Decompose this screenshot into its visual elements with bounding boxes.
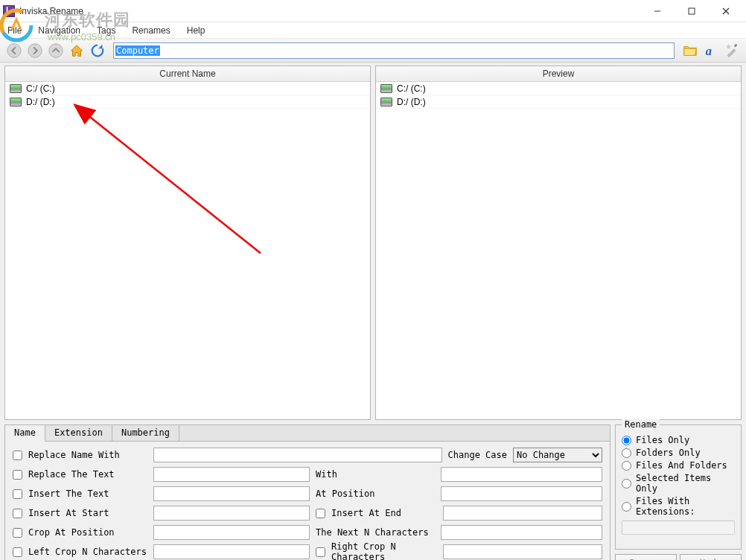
font-button[interactable]: a <box>701 41 721 60</box>
insert-at-end-checkbox[interactable] <box>316 509 325 518</box>
drive-icon <box>380 98 392 106</box>
svg-text:a: a <box>706 43 712 57</box>
svg-point-6 <box>49 43 63 57</box>
nav-forward-button[interactable] <box>25 41 45 60</box>
nav-up-button[interactable] <box>46 41 66 60</box>
replace-name-with-label: Replace Name With <box>28 450 147 460</box>
replace-text-label: Replace The Text <box>28 469 147 480</box>
refresh-button[interactable] <box>88 41 107 60</box>
list-item[interactable]: C:/ (C:) <box>5 82 370 95</box>
rename-groupbox: Rename Files Only Folders Only Files And… <box>615 424 742 550</box>
insert-at-start-input[interactable] <box>153 506 310 521</box>
radio-files-only-row[interactable]: Files Only <box>622 435 735 445</box>
left-crop-input[interactable] <box>153 544 310 559</box>
crop-at-position-checkbox[interactable] <box>13 528 22 538</box>
drive-label: C:/ (C:) <box>26 83 55 94</box>
radio-files-and-folders-row[interactable]: Files And Folders <box>622 460 735 471</box>
menu-renames[interactable]: Renames <box>129 24 173 37</box>
bottom-area: Name Extension Numbering Replace Name Wi… <box>0 420 746 560</box>
radio-selected-items-row[interactable]: Selected Items Only <box>622 473 735 494</box>
the-next-n-input[interactable] <box>441 525 602 540</box>
app-icon <box>3 5 15 17</box>
current-name-header[interactable]: Current Name <box>5 66 370 82</box>
radio-folders-only[interactable] <box>622 448 631 458</box>
current-name-pane: Current Name C:/ (C:) D:/ (D:) <box>4 66 371 420</box>
right-crop-checkbox[interactable] <box>316 547 325 557</box>
menu-tags[interactable]: Tags <box>94 24 118 37</box>
preview-list[interactable]: C:/ (C:) D:/ (D:) <box>376 82 741 419</box>
extensions-input[interactable] <box>622 521 735 535</box>
at-position-label: At Position <box>316 489 435 499</box>
change-case-select[interactable]: No Change <box>513 448 602 462</box>
radio-extensions[interactable] <box>622 502 631 512</box>
window-buttons <box>640 0 743 22</box>
replace-name-with-input[interactable] <box>153 448 442 462</box>
rename-group-title: Rename <box>622 419 660 430</box>
drive-label: D:/ (D:) <box>26 97 55 107</box>
insert-at-end-label: Insert At End <box>331 508 437 518</box>
change-case-label: Change Case <box>448 450 507 460</box>
current-name-list[interactable]: C:/ (C:) D:/ (D:) <box>5 82 370 419</box>
lists-area: Current Name C:/ (C:) D:/ (D:) Preview C… <box>0 63 746 420</box>
menu-file[interactable]: File <box>4 24 25 37</box>
drive-icon <box>10 98 22 106</box>
path-input[interactable]: Computer <box>113 42 675 59</box>
tab-name-body: Replace Name With Change Case No Change … <box>5 442 610 560</box>
tab-name[interactable]: Name <box>5 425 45 442</box>
radio-selected-items[interactable] <box>622 479 631 489</box>
minimize-button[interactable] <box>640 0 675 22</box>
menu-help[interactable]: Help <box>184 24 208 37</box>
right-crop-input[interactable] <box>443 544 602 559</box>
insert-text-label: Insert The Text <box>28 489 147 499</box>
tab-numbering[interactable]: Numbering <box>112 425 179 441</box>
action-buttons: Rename Undo <box>615 554 742 560</box>
window-title: Inviska Rename <box>19 6 640 16</box>
tab-extension[interactable]: Extension <box>45 425 112 441</box>
crop-at-position-label: Crop At Position <box>28 527 147 538</box>
left-crop-label: Left Crop N Characters <box>28 547 147 557</box>
replace-text-checkbox[interactable] <box>13 470 22 480</box>
svg-point-4 <box>7 43 21 57</box>
list-item[interactable]: D:/ (D:) <box>5 95 370 109</box>
insert-at-end-input[interactable] <box>443 506 602 521</box>
drive-label: D:/ (D:) <box>397 97 426 107</box>
right-crop-label: Right Crop N Characters <box>331 541 437 560</box>
maximize-button[interactable] <box>675 0 709 22</box>
options-tabs: Name Extension Numbering Replace Name Wi… <box>4 424 610 560</box>
replace-name-with-checkbox[interactable] <box>13 451 22 460</box>
left-crop-checkbox[interactable] <box>13 547 22 557</box>
open-folder-button[interactable] <box>680 41 700 60</box>
menubar: File Navigation Tags Renames Help <box>0 22 746 39</box>
right-pane: Rename Files Only Folders Only Files And… <box>615 424 742 560</box>
rename-button[interactable]: Rename <box>615 554 677 560</box>
settings-button[interactable] <box>722 41 742 60</box>
nav-back-button[interactable] <box>4 41 24 60</box>
insert-text-checkbox[interactable] <box>13 489 22 499</box>
close-button[interactable] <box>709 0 743 22</box>
preview-pane: Preview C:/ (C:) D:/ (D:) <box>375 66 742 420</box>
radio-files-only[interactable] <box>622 436 631 445</box>
with-label: With <box>316 469 435 480</box>
insert-text-input[interactable] <box>153 486 310 501</box>
insert-at-start-checkbox[interactable] <box>13 509 22 518</box>
nav-home-button[interactable] <box>67 41 86 60</box>
preview-header[interactable]: Preview <box>376 66 741 82</box>
at-position-input[interactable] <box>441 486 602 501</box>
undo-button[interactable]: Undo <box>680 554 742 560</box>
toolbar: Computer a <box>0 39 746 63</box>
drive-icon <box>10 84 22 93</box>
menu-navigation[interactable]: Navigation <box>35 24 83 37</box>
replace-text-input[interactable] <box>153 467 310 482</box>
radio-files-and-folders[interactable] <box>622 461 631 471</box>
the-next-n-label: The Next N Characters <box>316 527 435 538</box>
radio-folders-only-row[interactable]: Folders Only <box>622 448 735 458</box>
drive-icon <box>380 84 392 93</box>
crop-at-position-input[interactable] <box>153 525 310 540</box>
tabstrip: Name Extension Numbering <box>5 425 610 442</box>
list-item[interactable]: C:/ (C:) <box>376 82 741 95</box>
with-input[interactable] <box>441 467 602 482</box>
svg-point-5 <box>28 43 42 57</box>
path-value: Computer <box>115 45 160 56</box>
list-item[interactable]: D:/ (D:) <box>376 95 741 109</box>
radio-extensions-row[interactable]: Files With Extensions: <box>622 496 735 517</box>
